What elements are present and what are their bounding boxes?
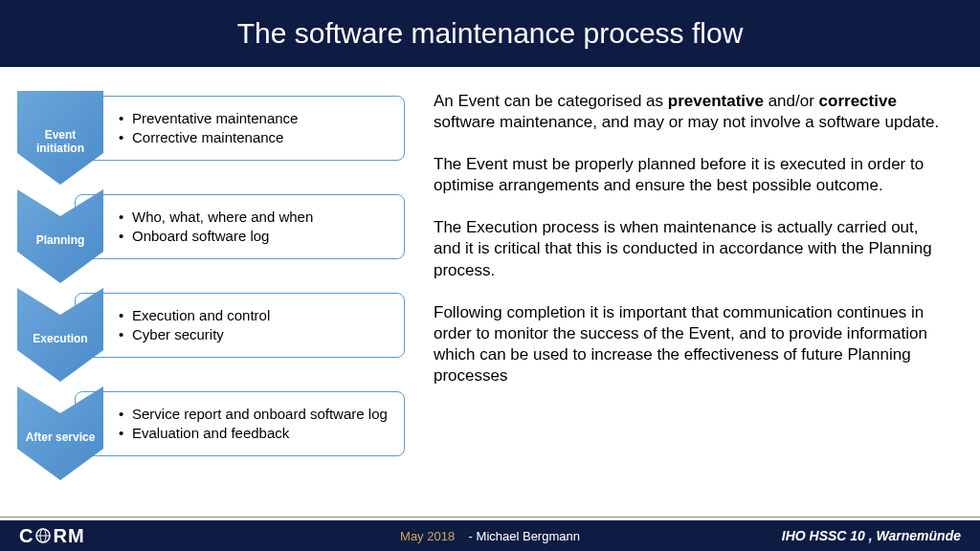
logo-text-right: RM: [53, 525, 84, 547]
description-paragraph: The Event must be properly planned befor…: [434, 154, 944, 196]
chevron-shape: After service: [17, 386, 103, 473]
step-bullet: Who, what, where and when: [119, 208, 392, 227]
process-step: Service report and onboard software logE…: [17, 386, 405, 473]
chevron-shape: Event initiation: [17, 91, 103, 177]
step-detail-box: Preventative maintenanceCorrective maint…: [75, 96, 405, 161]
process-step: Execution and controlCyber security Exec…: [17, 288, 405, 374]
footer-right: IHO HSSC 10 , Warnemünde: [782, 528, 961, 543]
footer-author: - Michael Bergmann: [469, 529, 580, 543]
chevron-shape: Planning: [17, 189, 103, 276]
step-detail-box: Service report and onboard software logE…: [75, 391, 405, 456]
slide-header: The software maintenance process flow: [0, 0, 980, 67]
process-step: Preventative maintenanceCorrective maint…: [17, 91, 405, 177]
description-paragraph: The Execution process is when maintenanc…: [434, 217, 944, 280]
step-bullet: Execution and control: [119, 306, 392, 325]
step-bullet: Cyber security: [119, 325, 392, 344]
slide-content: Preventative maintenanceCorrective maint…: [0, 67, 980, 497]
process-step: Who, what, where and whenOnboard softwar…: [17, 189, 405, 276]
description-column: An Event can be categorised as preventat…: [434, 91, 963, 497]
description-paragraph: Following completion it is important tha…: [434, 302, 944, 386]
slide-footer: C RM May 2018 - Michael Bergmann IHO HSS…: [0, 518, 980, 551]
step-label: Event initiation: [36, 128, 84, 156]
step-bullet: Service report and onboard software log: [119, 405, 392, 424]
cirm-logo: C RM: [19, 525, 85, 547]
step-detail-box: Who, what, where and whenOnboard softwar…: [75, 194, 405, 259]
footer-date: May 2018: [400, 529, 455, 543]
step-label: Execution: [33, 332, 87, 345]
step-bullet: Evaluation and feedback: [119, 424, 392, 443]
logo-text-left: C: [19, 525, 33, 547]
step-label: After service: [26, 430, 96, 444]
chevron-shape: Execution: [17, 288, 103, 374]
description-paragraph: An Event can be categorised as preventat…: [434, 91, 944, 133]
step-bullet: Corrective maintenance: [119, 128, 392, 147]
step-label: Planning: [36, 233, 85, 247]
step-bullet: Preventative maintenance: [119, 109, 392, 128]
step-detail-box: Execution and controlCyber security: [75, 293, 405, 358]
process-flow-column: Preventative maintenanceCorrective maint…: [17, 91, 405, 497]
slide-title: The software maintenance process flow: [237, 17, 744, 50]
footer-center: May 2018 - Michael Bergmann: [400, 529, 580, 543]
step-bullet: Onboard software log: [119, 227, 392, 246]
globe-icon: [34, 527, 52, 544]
